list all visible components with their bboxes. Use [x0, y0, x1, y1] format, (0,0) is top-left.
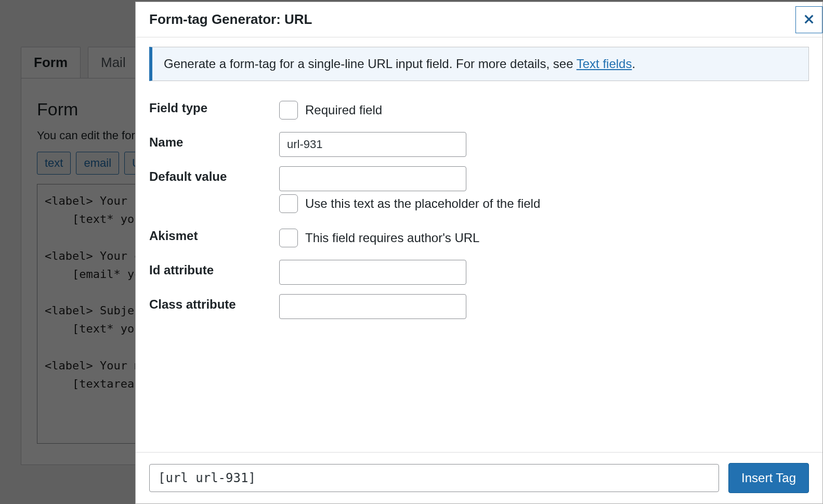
form-tag-generator-modal: Form-tag Generator: URL Generate a form-…	[135, 2, 823, 504]
placeholder-label: Use this text as the placeholder of the …	[305, 196, 540, 211]
label-id-attribute: Id attribute	[149, 256, 279, 277]
placeholder-option[interactable]: Use this text as the placeholder of the …	[279, 191, 602, 216]
info-box: Generate a form-tag for a single-line UR…	[149, 47, 809, 81]
label-default-value: Default value	[149, 162, 279, 184]
label-name: Name	[149, 128, 279, 150]
modal-body: Generate a form-tag for a single-line UR…	[136, 37, 822, 452]
label-class-attribute: Class attribute	[149, 290, 279, 312]
close-button[interactable]	[795, 6, 822, 33]
required-field-checkbox[interactable]	[279, 101, 298, 120]
akismet-checkbox[interactable]	[279, 229, 298, 247]
name-input[interactable]	[279, 132, 466, 157]
modal-header: Form-tag Generator: URL	[136, 2, 822, 37]
insert-tag-button[interactable]: Insert Tag	[728, 463, 809, 493]
required-field-option[interactable]: Required field	[279, 98, 602, 123]
modal-title: Form-tag Generator: URL	[149, 2, 312, 37]
required-field-label: Required field	[305, 103, 382, 117]
akismet-option[interactable]: This field requires author's URL	[279, 226, 602, 250]
placeholder-checkbox[interactable]	[279, 194, 298, 213]
label-field-type: Field type	[149, 94, 279, 115]
info-text-after: .	[632, 57, 635, 71]
close-icon	[803, 11, 815, 29]
info-link-text-fields[interactable]: Text fields	[577, 57, 632, 71]
info-text-before: Generate a form-tag for a single-line UR…	[164, 57, 577, 71]
akismet-label: This field requires author's URL	[305, 231, 479, 245]
tag-output-field[interactable]	[149, 464, 719, 492]
class-attribute-input[interactable]	[279, 294, 466, 319]
id-attribute-input[interactable]	[279, 260, 466, 285]
modal-footer: Insert Tag	[136, 452, 822, 503]
form-grid: Field type Required field Name Default v…	[149, 94, 809, 323]
label-akismet: Akismet	[149, 221, 279, 243]
default-value-input[interactable]	[279, 166, 466, 191]
